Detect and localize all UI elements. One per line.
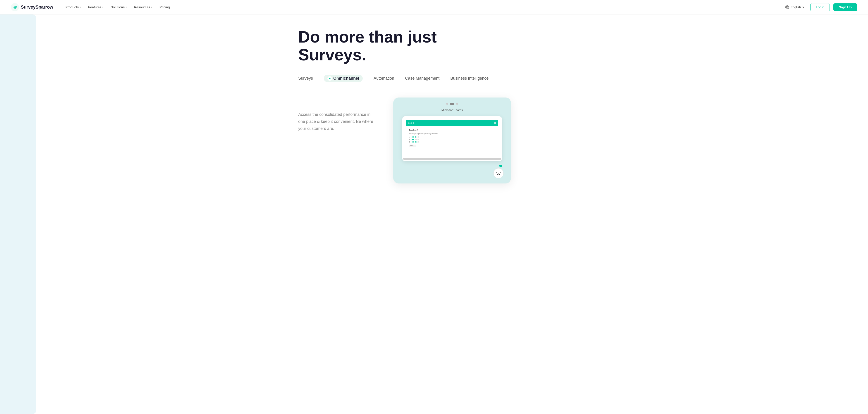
survey-close-dot	[494, 122, 496, 124]
login-button[interactable]: Login	[810, 3, 830, 11]
survey-body: Question 4 How do you spend a typical da…	[406, 126, 498, 150]
dot	[410, 122, 412, 124]
chevron-down-icon: ▾	[102, 6, 103, 8]
laptop-mockup: Question 4 How do you spend a typical da…	[402, 116, 502, 161]
tab-omnichannel[interactable]: ▶ Omnichannel	[324, 73, 363, 84]
hero-content: Do more than just Surveys. Surveys ▶ Omn…	[298, 28, 570, 184]
language-label: English	[790, 5, 801, 9]
survey-header-dots	[408, 122, 414, 124]
nav-links: Products ▾ Features ▾ Solutions ▾ Resour…	[62, 3, 782, 11]
scroll-dot	[446, 103, 448, 105]
navbar: SurveySparrow Products ▾ Features ▾ Solu…	[0, 0, 868, 14]
globe-icon	[785, 5, 789, 9]
nav-solutions[interactable]: Solutions ▾	[107, 3, 130, 11]
chevron-down-icon: ▾	[80, 6, 81, 8]
survey-option: B.	[409, 139, 496, 140]
tab-business-intelligence[interactable]: Business Intelligence	[450, 74, 489, 83]
dot	[408, 122, 409, 124]
hero-section: Do more than just Surveys. Surveys ▶ Omn…	[0, 14, 868, 414]
svg-point-9	[496, 172, 497, 173]
preview-label: Microsoft Teams	[402, 108, 502, 112]
svg-point-2	[15, 6, 16, 7]
tab-automation[interactable]: Automation	[374, 74, 394, 83]
nav-right: English ▾ Login Sign Up	[782, 3, 857, 11]
svg-point-10	[498, 173, 499, 174]
nav-features[interactable]: Features ▾	[85, 3, 106, 11]
survey-option: A.	[409, 136, 496, 138]
logo-icon	[11, 3, 19, 11]
survey-next-btn: Next ›	[409, 145, 416, 147]
hero-main: Access the consolidated performance in o…	[298, 97, 570, 184]
laptop-screen: Question 4 How do you spend a typical da…	[403, 117, 501, 158]
play-icon: ▶	[328, 76, 332, 81]
survey-option: C.	[409, 141, 496, 143]
hero-description: Access the consolidated performance in o…	[298, 97, 375, 132]
logo-text: SurveySparrow	[21, 4, 53, 10]
logo-link[interactable]: SurveySparrow	[11, 3, 53, 11]
svg-point-13	[499, 174, 500, 175]
preview-card: Microsoft Teams	[393, 97, 511, 184]
svg-point-12	[497, 174, 498, 175]
scroll-dot-active	[450, 103, 454, 105]
svg-point-11	[500, 172, 500, 173]
tab-surveys[interactable]: Surveys	[298, 74, 313, 83]
rating-dots	[412, 139, 419, 140]
nav-pricing[interactable]: Pricing	[156, 3, 173, 11]
rating-dots	[412, 136, 419, 137]
decorative-fruit	[491, 163, 506, 179]
survey-header	[406, 120, 498, 126]
chevron-down-icon: ▾	[126, 6, 127, 8]
nav-products[interactable]: Products ▾	[62, 3, 84, 11]
dot	[413, 122, 414, 124]
laptop-base	[403, 158, 501, 160]
scroll-dot	[456, 103, 458, 105]
rating-dots	[412, 141, 419, 142]
feature-tabs: Surveys ▶ Omnichannel Automation Case Ma…	[298, 73, 570, 84]
survey-question: Question 4	[409, 129, 496, 131]
hero-description-text: Access the consolidated performance in o…	[298, 111, 375, 132]
hero-title: Do more than just Surveys.	[298, 28, 457, 64]
survey-options: A. B.	[409, 136, 496, 143]
nav-resources[interactable]: Resources ▾	[131, 3, 155, 11]
survey-question-text: How do you spend a typical day at office…	[409, 133, 496, 134]
tab-case-management[interactable]: Case Management	[405, 74, 439, 83]
fruit-svg	[491, 163, 506, 179]
scroll-dots	[402, 103, 502, 105]
language-selector[interactable]: English ▾	[782, 4, 807, 11]
chevron-down-icon: ▾	[802, 5, 804, 9]
chevron-down-icon: ▾	[151, 6, 152, 8]
svg-point-8	[494, 168, 503, 178]
signup-button[interactable]: Sign Up	[833, 3, 857, 11]
